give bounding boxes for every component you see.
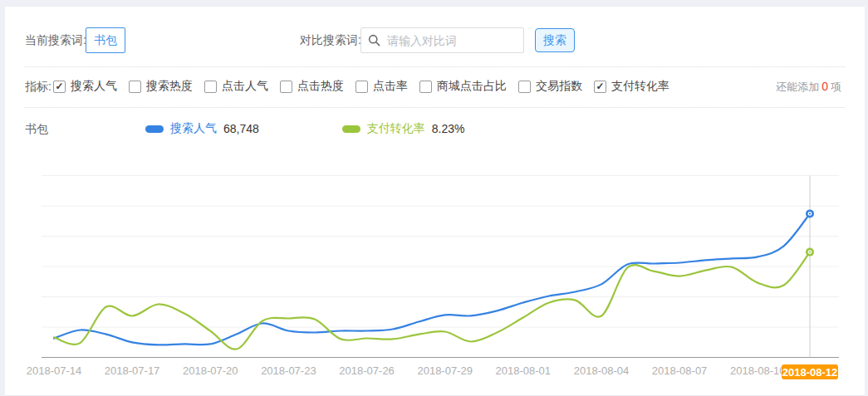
metric-label: 搜索热度: [146, 79, 193, 94]
content-card: 当前搜索词: 书包 对比搜索词: 搜索 指标: ✓搜索人气搜索热度点击人气点击热…: [5, 7, 865, 396]
metric-label: 点击人气: [222, 79, 268, 94]
remaining-count: 0: [819, 80, 831, 93]
checkbox-unchecked-icon[interactable]: [280, 81, 292, 93]
search-button[interactable]: 搜索: [535, 28, 575, 52]
current-term-label: 当前搜索词:: [25, 33, 86, 46]
metric-checkbox-item-支付转化率[interactable]: ✓支付转化率: [594, 79, 669, 94]
trend-compare-page: 当前搜索词: 书包 对比搜索词: 搜索 指标: ✓搜索人气搜索热度点击人气点击热…: [0, 0, 868, 396]
metric-checkbox-item-商城点击占比[interactable]: 商城点击占比: [419, 79, 507, 94]
divider-metrics: [25, 107, 845, 108]
remaining-quota-text: 还能添加0项: [776, 80, 841, 95]
metric-checkbox-item-搜索人气[interactable]: ✓搜索人气: [53, 79, 117, 94]
legend-color-pill: [342, 125, 360, 133]
metric-label: 支付转化率: [611, 79, 669, 94]
checkbox-checked-icon[interactable]: ✓: [594, 81, 606, 93]
metric-label: 商城点击占比: [437, 79, 507, 94]
metrics-checkbox-row: ✓搜索人气搜索热度点击人气点击热度点击率商城点击占比交易指数✓支付转化率: [53, 79, 669, 94]
metric-label: 点击率: [373, 79, 408, 94]
search-icon: [368, 34, 380, 46]
metric-checkbox-item-交易指数[interactable]: 交易指数: [518, 79, 582, 94]
metric-label: 点击热度: [297, 79, 344, 94]
legend-term: 书包: [25, 122, 48, 137]
metric-checkbox-item-点击人气[interactable]: 点击人气: [204, 79, 268, 94]
checkbox-unchecked-icon[interactable]: [129, 81, 141, 93]
legend-series-value: 68,748: [223, 122, 259, 135]
metric-label: 交易指数: [536, 79, 582, 94]
metric-checkbox-item-搜索热度[interactable]: 搜索热度: [129, 79, 193, 94]
current-term-button[interactable]: 书包: [86, 27, 125, 53]
metric-label: 搜索人气: [71, 79, 117, 94]
checkbox-unchecked-icon[interactable]: [356, 81, 368, 93]
legend-series-value: 8.23%: [432, 122, 465, 135]
legend-series-name: 支付转化率: [367, 121, 425, 136]
compare-term-label: 对比搜索词:: [300, 33, 361, 46]
metric-checkbox-item-点击热度[interactable]: 点击热度: [280, 79, 344, 94]
metrics-label: 指标:: [25, 80, 51, 93]
metric-checkbox-item-点击率[interactable]: 点击率: [356, 79, 408, 94]
compare-term-inputbox[interactable]: [360, 27, 524, 53]
chart-legend: 搜索人气68,748支付转化率8.23%: [145, 121, 465, 136]
compare-term-input[interactable]: [385, 33, 517, 48]
remaining-prefix: 还能添加: [776, 81, 819, 93]
remaining-suffix: 项: [831, 81, 841, 93]
checkbox-unchecked-icon[interactable]: [204, 81, 217, 93]
divider-top: [25, 66, 845, 67]
legend-item-支付转化率[interactable]: 支付转化率8.23%: [342, 121, 465, 136]
legend-series-name: 搜索人气: [170, 121, 217, 136]
checkbox-unchecked-icon[interactable]: [518, 81, 531, 93]
checkbox-unchecked-icon[interactable]: [419, 81, 432, 93]
legend-item-搜索人气[interactable]: 搜索人气68,748: [145, 121, 259, 136]
legend-color-pill: [145, 125, 164, 133]
checkbox-checked-icon[interactable]: ✓: [53, 81, 66, 93]
